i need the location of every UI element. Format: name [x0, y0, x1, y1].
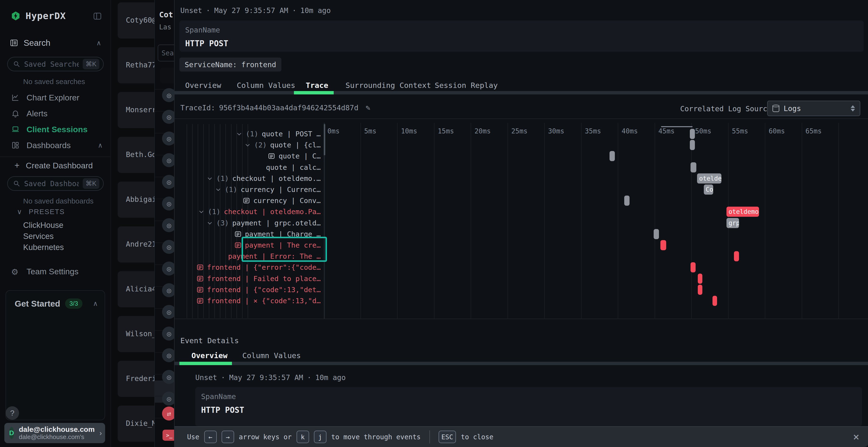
span-tree-row[interactable]: (1)quote | POST … [236, 129, 321, 139]
span-duration-bar[interactable] [698, 285, 702, 295]
span-duration-bar[interactable] [690, 262, 695, 272]
event-details-header-line: Unset · May 27 9:35:57 AM · 10m ago [195, 373, 346, 382]
event-timestamp: May 27 9:35:57 AM [214, 6, 288, 15]
get-started-header[interactable]: Get Started 3/3 ∧ [15, 299, 98, 309]
span-duration-bar[interactable] [660, 240, 666, 250]
expand-chevron-icon[interactable] [245, 142, 251, 148]
edit-icon[interactable]: ✎ [366, 103, 370, 112]
session-filter-button[interactable] [160, 68, 176, 83]
span-tree-row[interactable]: (3)payment | grpc.oteld… [207, 218, 321, 228]
tab-column-values[interactable]: Column Values [237, 81, 296, 90]
log-event-icon [196, 275, 204, 282]
span-tree-row[interactable]: frontend | {"code":13,"det… [196, 285, 321, 295]
logo[interactable]: HyperDX [10, 10, 66, 21]
gridline [691, 123, 692, 319]
event-details-active-underline [179, 362, 232, 365]
presets-toggle[interactable]: ∨ PRESETS [17, 208, 108, 216]
session-search-input[interactable]: Sea [158, 44, 176, 61]
tree-indent-guide [187, 124, 187, 318]
sidebar-item-dashboards[interactable]: Dashboards∧ [11, 141, 103, 150]
sidebar-item-team-settings[interactable]: ⚙ Team Settings [11, 267, 103, 276]
sidebar-preset-services[interactable]: Services [23, 232, 54, 241]
sidebar-item-label: Chart Explorer [27, 93, 79, 102]
selected-span-range-indicator [661, 126, 692, 127]
span-duration-bar[interactable]: grp [726, 218, 739, 228]
expand-chevron-icon[interactable] [198, 209, 205, 215]
span-duration-bar[interactable]: Co [704, 184, 713, 195]
log-source-value: Logs [784, 104, 801, 113]
axis-tick-label: 35ms [585, 127, 601, 135]
footer-close-text: to close [461, 433, 493, 441]
span-duration-bar[interactable] [610, 151, 615, 161]
tab-trace[interactable]: Trace [306, 81, 328, 90]
saved-dashboards-input[interactable]: Saved Dashboards ⌘K [7, 176, 104, 191]
span-tree-row[interactable]: (1)checkout | oteldemo.Pa… [198, 207, 321, 217]
create-dashboard-button[interactable]: + Create Dashboard [14, 161, 106, 171]
tab-session-replay[interactable]: Session Replay [435, 81, 498, 90]
span-tree-row[interactable]: (1)currency | Currenc… [215, 184, 321, 195]
sidebar-section-search[interactable]: Search ∧ [10, 38, 101, 48]
span-duration-bar[interactable] [712, 296, 717, 306]
span-label: frontend | {"error":{"code… [207, 263, 321, 271]
span-duration-bar[interactable] [690, 162, 696, 172]
dot-separator: · [206, 6, 210, 15]
span-duration-bar[interactable] [624, 196, 629, 206]
arrow-left-key[interactable]: ← [204, 431, 217, 443]
span-duration-bar[interactable] [698, 274, 702, 284]
span-tree-row[interactable]: (1)checkout | oteldemo.… [207, 173, 321, 183]
axis-tick-label: 45ms [658, 127, 675, 135]
expand-chevron-icon[interactable] [207, 220, 213, 226]
span-duration-bar[interactable]: oteldemo [697, 173, 721, 183]
sidebar-preset-clickhouse[interactable]: ClickHouse [23, 220, 63, 230]
span-tree-row[interactable]: quote | calc… [266, 162, 321, 172]
log-source-select[interactable]: Logs [767, 101, 860, 116]
saved-searches-input[interactable]: Saved Searches ⌘K [7, 57, 104, 71]
gridline [581, 123, 582, 319]
span-tree-row[interactable]: (2)quote | {cl… [245, 140, 321, 150]
span-duration-bar[interactable] [734, 251, 739, 261]
saved-searches-placeholder: Saved Searches [24, 60, 79, 68]
sidebar-item-alerts[interactable]: Alerts [11, 109, 103, 118]
chevron-up-icon: ∧ [96, 39, 101, 47]
span-tree-row[interactable]: frontend | Failed to place… [196, 274, 321, 284]
event-details-tab-column-values[interactable]: Column Values [242, 351, 301, 360]
child-count: (3) [216, 219, 229, 227]
span-label: checkout | oteldemo.Pa… [224, 208, 321, 216]
sidebar-item-chart-explorer[interactable]: Chart Explorer [11, 93, 103, 102]
span-tree-row[interactable]: frontend | × {"code":13,"d… [196, 296, 321, 306]
tab-overview[interactable]: Overview [185, 81, 221, 90]
tab-track [175, 91, 868, 94]
sidebar-item-client-sessions[interactable]: Client Sessions [11, 125, 103, 134]
expand-chevron-icon[interactable] [215, 186, 221, 193]
span-tree-row[interactable]: frontend | {"error":{"code… [196, 262, 321, 272]
grid-icon [11, 141, 20, 150]
expand-chevron-icon[interactable] [236, 131, 242, 137]
span-duration-bar[interactable] [654, 229, 659, 239]
span-duration-bar[interactable] [690, 129, 695, 139]
arrow-right-key[interactable]: → [222, 431, 234, 443]
esc-key[interactable]: ESC [439, 431, 456, 443]
shortcut-badge: ⌘K [83, 178, 99, 189]
help-button[interactable]: ? [5, 406, 19, 420]
span-duration-bar[interactable]: oteldemo. [726, 207, 759, 217]
k-key[interactable]: k [297, 431, 309, 443]
span-tree-row[interactable]: currency | Conv… [243, 196, 321, 206]
span-tree-row[interactable]: quote | C… [268, 151, 321, 161]
user-menu[interactable]: D dale@clickhouse.com dale@clickhouse.co… [4, 423, 105, 443]
tab-surrounding-context[interactable]: Surrounding Context [345, 81, 431, 90]
expand-chevron-icon[interactable] [207, 175, 213, 182]
j-key[interactable]: j [314, 431, 327, 443]
log-event-icon [235, 231, 242, 238]
tree-scrollbar-thumb[interactable] [324, 124, 325, 156]
log-event-icon [196, 286, 204, 294]
trace-id-label: TraceId: [180, 104, 215, 112]
sidebar-preset-kubernetes[interactable]: Kubernetes [23, 243, 64, 252]
close-panel-button[interactable]: × [850, 430, 863, 443]
collapse-sidebar-icon[interactable] [93, 11, 102, 21]
divider [175, 319, 868, 319]
span-duration-bar[interactable] [690, 140, 695, 150]
axis-tick-label: 55ms [732, 127, 748, 135]
event-details-tab-overview[interactable]: Overview [191, 351, 227, 360]
service-name-chip[interactable]: ServiceName: frontend [179, 58, 281, 72]
axis-tick-label: 50ms [695, 127, 711, 135]
